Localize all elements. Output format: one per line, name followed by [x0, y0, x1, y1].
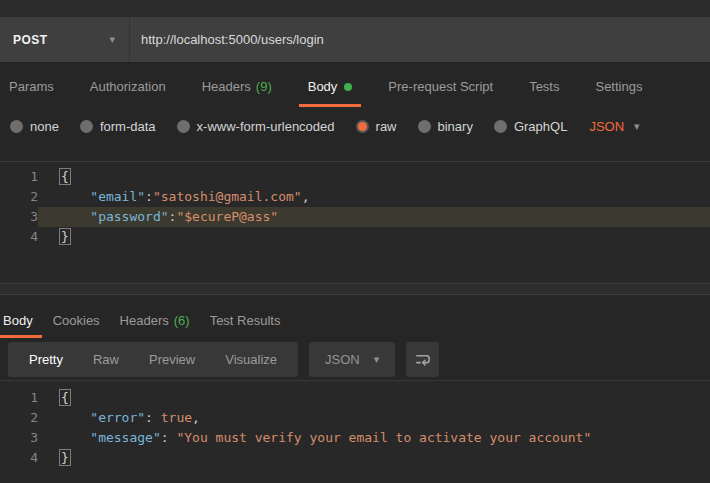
code-text: "email":"satoshi@gmail.com", — [38, 187, 710, 207]
line-number: 3 — [0, 428, 38, 448]
radio-form-data[interactable]: form-data — [80, 119, 156, 134]
line-number: 4 — [0, 227, 38, 247]
tab-tests[interactable]: Tests — [520, 63, 568, 107]
tab-pre-request-script[interactable]: Pre-request Script — [379, 63, 502, 107]
spacer — [0, 145, 710, 161]
response-tab-cookies[interactable]: Cookies — [44, 299, 109, 338]
radio-icon — [80, 120, 93, 133]
code-line: 1{ — [0, 388, 710, 408]
tab-body[interactable]: Body — [299, 63, 362, 107]
method-dropdown[interactable]: POST ▾ — [0, 17, 130, 62]
headers-count-badge: (9) — [256, 79, 272, 94]
code-text: } — [38, 227, 710, 247]
response-tab-test-results[interactable]: Test Results — [201, 299, 290, 338]
body-filled-dot-icon — [344, 83, 352, 91]
code-text: "password":"$ecureP@ass" — [38, 207, 710, 227]
response-view-switcher: Pretty Raw Preview Visualize — [8, 342, 298, 377]
tab-settings[interactable]: Settings — [586, 63, 651, 107]
view-preview[interactable]: Preview — [134, 342, 210, 377]
code-text: "message": "You must verify your email t… — [38, 428, 710, 448]
window-top-strip — [0, 0, 710, 17]
radio-graphql[interactable]: GraphQL — [494, 119, 567, 134]
line-number: 1 — [0, 388, 38, 408]
radio-x-www-form-urlencoded[interactable]: x-www-form-urlencoded — [177, 119, 335, 134]
view-raw[interactable]: Raw — [78, 342, 134, 377]
tab-headers[interactable]: Headers (9) — [193, 63, 281, 107]
raw-format-dropdown[interactable]: JSON ▾ — [589, 119, 639, 134]
line-number: 3 — [0, 207, 38, 227]
request-body-editor[interactable]: 1{2 "email":"satoshi@gmail.com",3 "passw… — [0, 161, 710, 283]
request-url-bar: POST ▾ http://localhost:5000/users/login — [0, 17, 710, 63]
pane-splitter[interactable] — [0, 283, 710, 295]
wrap-text-icon — [414, 351, 432, 368]
response-section: Body Cookies Headers (6) Test Results Pr… — [0, 295, 710, 483]
response-tabs: Body Cookies Headers (6) Test Results — [0, 295, 710, 338]
radio-icon — [494, 120, 507, 133]
method-label: POST — [13, 33, 48, 47]
response-body-editor[interactable]: 1{2 "error": true,3 "message": "You must… — [0, 380, 710, 483]
radio-icon — [177, 120, 190, 133]
radio-binary[interactable]: binary — [418, 119, 473, 134]
code-text: } — [38, 448, 710, 468]
response-headers-count-badge: (6) — [174, 313, 190, 328]
wrap-lines-button[interactable] — [406, 342, 439, 377]
code-line: 4} — [0, 227, 710, 247]
code-text: "error": true, — [38, 408, 710, 428]
radio-icon — [418, 120, 431, 133]
view-visualize[interactable]: Visualize — [210, 342, 292, 377]
line-number: 2 — [0, 187, 38, 207]
response-format-dropdown[interactable]: JSON ▾ — [309, 342, 395, 377]
code-line: 2 "error": true, — [0, 408, 710, 428]
chevron-down-icon: ▾ — [109, 34, 115, 45]
line-number: 4 — [0, 448, 38, 468]
code-line: 1{ — [0, 167, 710, 187]
code-line: 3 "message": "You must verify your email… — [0, 428, 710, 448]
url-input[interactable]: http://localhost:5000/users/login — [130, 17, 710, 62]
code-line: 2 "email":"satoshi@gmail.com", — [0, 187, 710, 207]
tab-authorization[interactable]: Authorization — [81, 63, 175, 107]
response-tab-headers[interactable]: Headers (6) — [111, 299, 199, 338]
code-line: 3 "password":"$ecureP@ass" — [0, 207, 710, 227]
code-line: 4} — [0, 448, 710, 468]
code-text: { — [38, 388, 710, 408]
line-number: 1 — [0, 167, 38, 187]
url-text: http://localhost:5000/users/login — [141, 32, 324, 47]
request-tabs: Params Authorization Headers (9) Body Pr… — [0, 63, 710, 107]
radio-none[interactable]: none — [10, 119, 59, 134]
code-text: { — [38, 167, 710, 187]
radio-selected-icon — [356, 120, 369, 133]
chevron-down-icon: ▾ — [374, 354, 380, 365]
radio-icon — [10, 120, 23, 133]
radio-raw[interactable]: raw — [356, 119, 397, 134]
response-toolbar: Pretty Raw Preview Visualize JSON ▾ — [0, 338, 710, 380]
body-type-row: none form-data x-www-form-urlencoded raw… — [0, 107, 710, 145]
tab-params[interactable]: Params — [0, 63, 63, 107]
chevron-down-icon: ▾ — [634, 121, 640, 132]
response-tab-body[interactable]: Body — [0, 299, 42, 338]
line-number: 2 — [0, 408, 38, 428]
view-pretty[interactable]: Pretty — [14, 342, 78, 377]
